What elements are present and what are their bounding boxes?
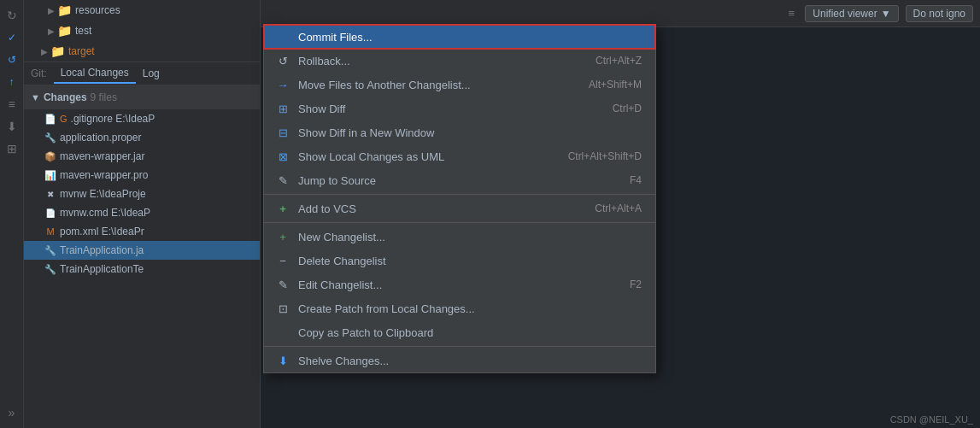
menu-item-jump-to-source[interactable]: ✎ Jump to Source F4 [264, 168, 655, 192]
menu-item-copy-patch[interactable]: Copy as Patch to Clipboard [264, 320, 655, 344]
arrow-icon: ▶ [48, 26, 55, 36]
ignore-label: Do not igno [913, 8, 965, 20]
shelve-icon: ⬇ [274, 352, 291, 369]
folder-target-label: target [68, 45, 95, 57]
file-name: TrainApplication.ja [60, 244, 144, 256]
menu-item-delete-changelist[interactable]: − Delete Changelist [264, 249, 655, 273]
grid-icon[interactable]: ⊞ [3, 140, 21, 157]
arrow-icon: ▶ [41, 47, 48, 56]
menu-item-add-vcs[interactable]: + Add to VCS Ctrl+Alt+A [264, 196, 655, 220]
folder-icon: 📁 [57, 3, 71, 17]
menu-item-commit[interactable]: Commit Files... [264, 25, 655, 49]
file-status-icon: 📄 [44, 113, 56, 125]
show-uml-icon: ⊠ [274, 148, 291, 165]
delete-changelist-icon: − [274, 252, 291, 269]
file-name: maven-wrapper.pro [60, 169, 148, 181]
show-diff-icon: ⊞ [274, 100, 291, 117]
viewer-label: Unified viewer [813, 8, 877, 20]
file-item-train-application[interactable]: 🔧 TrainApplication.ja [24, 241, 260, 260]
show-diff-new-window-label: Show Diff in a New Window [298, 126, 628, 139]
move-files-shortcut: Alt+Shift+M [589, 79, 642, 91]
show-diff-shortcut: Ctrl+D [613, 103, 642, 114]
menu-item-show-diff[interactable]: ⊞ Show Diff Ctrl+D [264, 97, 655, 120]
file-item-application-properties[interactable]: 🔧 application.proper [24, 128, 260, 147]
file-type-icon: G [60, 114, 67, 124]
commit-label: Commit Files... [298, 31, 628, 44]
arrow-up-icon[interactable]: ↑ [3, 73, 21, 91]
file-item-mvnw[interactable]: ✖ mvnw E:\IdeaProje [24, 185, 260, 203]
jump-to-source-shortcut: F4 [630, 174, 642, 186]
create-patch-icon: ⊡ [274, 300, 291, 317]
menu-item-create-patch[interactable]: ⊡ Create Patch from Local Changes... [264, 296, 655, 320]
create-patch-label: Create Patch from Local Changes... [298, 302, 628, 315]
viewer-dropdown-arrow: ▼ [881, 8, 891, 20]
download-icon[interactable]: ⬇ [3, 118, 21, 135]
changes-label: Changes [44, 91, 87, 103]
expand-icon[interactable]: » [3, 404, 21, 421]
file-status-icon: 🔧 [44, 132, 56, 144]
diff-lines-icon[interactable]: ≡ [784, 7, 798, 21]
tab-local-changes[interactable]: Local Changes [54, 63, 136, 84]
file-name: pom.xml E:\IdeaPr [60, 226, 144, 237]
ignore-dropdown[interactable]: Do not igno [906, 5, 973, 22]
check-icon[interactable]: ✓ [3, 29, 21, 46]
separator-3 [264, 346, 655, 347]
file-name: application.proper [60, 132, 141, 144]
file-item-maven-wrapper-jar[interactable]: 📦 maven-wrapper.jar [24, 147, 260, 166]
unified-viewer-dropdown[interactable]: Unified viewer ▼ [805, 5, 898, 22]
show-diff-new-window-icon: ⊟ [274, 124, 291, 141]
folder-resources[interactable]: ▶ 📁 resources [24, 0, 260, 21]
file-item-pom-xml[interactable]: M pom.xml E:\IdeaPr [24, 222, 260, 241]
changes-header[interactable]: ▼ Changes 9 files [24, 85, 260, 109]
file-name: mvnw E:\IdeaProje [60, 188, 146, 200]
rollback-label: Rollback... [298, 55, 582, 67]
edit-changelist-icon: ✎ [274, 276, 291, 293]
file-status-icon: ✖ [44, 188, 56, 200]
file-name: maven-wrapper.jar [60, 150, 144, 162]
diff-icon[interactable]: ≡ [3, 96, 21, 113]
copy-patch-label: Copy as Patch to Clipboard [298, 326, 628, 339]
tab-log[interactable]: Log [136, 64, 167, 83]
separator-1 [264, 194, 655, 195]
expand-arrow-icon: ▼ [31, 92, 40, 103]
new-changelist-icon: + [274, 228, 291, 245]
file-item-gitignore[interactable]: 📄 G .gitignore E:\IdeaP [24, 109, 260, 128]
edit-changelist-label: Edit Changelist... [298, 278, 616, 291]
menu-item-edit-changelist[interactable]: ✎ Edit Changelist... F2 [264, 273, 655, 296]
sidebar-with-actions: ↻ ✓ ↺ ↑ ≡ ⬇ ⊞ » ▶ 📁 resources ▶ 📁 test [0, 0, 261, 428]
add-vcs-icon: + [274, 200, 291, 217]
refresh-icon[interactable]: ↻ [3, 7, 21, 24]
undo-icon[interactable]: ↺ [3, 51, 21, 68]
git-tabs-bar: Git: Local Changes Log [24, 62, 260, 85]
context-menu: Commit Files... ↺ Rollback... Ctrl+Alt+Z… [263, 24, 656, 373]
show-uml-shortcut: Ctrl+Alt+Shift+D [568, 150, 642, 162]
shelve-label: Shelve Changes... [298, 355, 628, 367]
arrow-icon: ▶ [48, 6, 55, 15]
git-label: Git: [31, 67, 47, 79]
jump-to-source-label: Jump to Source [298, 174, 616, 187]
csdn-watermark: CSDN @NEIL_XU_ [890, 414, 973, 425]
file-status-icon: M [44, 226, 56, 237]
file-item-train-application-te[interactable]: 🔧 TrainApplicationTe [24, 260, 260, 278]
file-item-maven-wrapper-pro[interactable]: 📊 maven-wrapper.pro [24, 166, 260, 185]
jump-to-source-icon: ✎ [274, 172, 291, 189]
sidebar-main: ▶ 📁 resources ▶ 📁 test ▶ 📁 target Git: L… [24, 0, 260, 428]
folder-resources-label: resources [75, 4, 120, 16]
file-name: TrainApplicationTe [60, 263, 144, 275]
file-name: mvnw.cmd E:\IdeaP [60, 207, 150, 219]
folder-orange-icon: 📁 [50, 44, 64, 58]
main-container: ↻ ✓ ↺ ↑ ≡ ⬇ ⊞ » ▶ 📁 resources ▶ 📁 test [0, 0, 980, 428]
folder-test[interactable]: ▶ 📁 test [24, 21, 260, 41]
file-status-icon: 📊 [44, 169, 56, 181]
menu-item-show-diff-new-window[interactable]: ⊟ Show Diff in a New Window [264, 120, 655, 144]
edit-changelist-shortcut: F2 [630, 278, 642, 290]
menu-item-shelve[interactable]: ⬇ Shelve Changes... [264, 349, 655, 372]
menu-item-rollback[interactable]: ↺ Rollback... Ctrl+Alt+Z [264, 49, 655, 73]
menu-item-new-changelist[interactable]: + New Changelist... [264, 225, 655, 249]
file-item-mvnw-cmd[interactable]: 📄 mvnw.cmd E:\IdeaP [24, 203, 260, 222]
rollback-icon: ↺ [274, 52, 291, 69]
folder-target[interactable]: ▶ 📁 target [24, 41, 260, 62]
menu-item-move-files[interactable]: → Move Files to Another Changelist... Al… [264, 73, 655, 97]
file-status-icon: 📦 [44, 150, 56, 162]
menu-item-show-uml[interactable]: ⊠ Show Local Changes as UML Ctrl+Alt+Shi… [264, 144, 655, 168]
